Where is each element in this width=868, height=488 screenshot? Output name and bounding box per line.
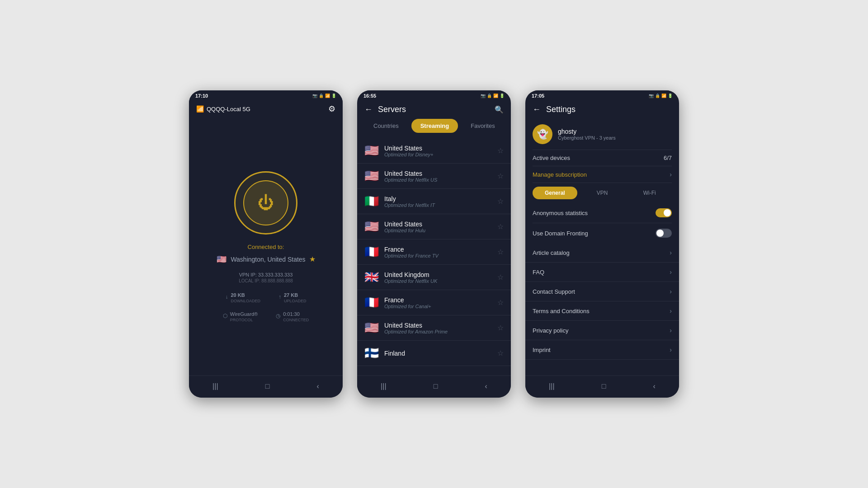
power-button[interactable]: ⏻	[243, 180, 288, 225]
status-icons-2: 📷 🔒 📶 🔋	[481, 94, 505, 98]
tab-favorites[interactable]: Favorites	[462, 119, 504, 133]
country-france-tv: France	[384, 246, 492, 253]
nav3-back-btn[interactable]: ‹	[644, 380, 665, 392]
star-france-tv[interactable]: ☆	[497, 248, 504, 256]
connected-label-2: CONNECTED	[283, 318, 309, 322]
chevron-contact: ›	[670, 288, 672, 295]
nav-recent-btn[interactable]: |||	[203, 380, 227, 392]
servers-screen: ← Servers 🔍 Countries Streaming Favorite…	[357, 100, 511, 398]
local-ip: LOCAL IP: 88.888.888.888	[239, 278, 293, 283]
nav3-home-btn[interactable]: □	[593, 380, 615, 392]
protocol-name: WireGuard®	[230, 311, 258, 317]
nav2-back-btn[interactable]: ‹	[476, 380, 496, 392]
nav-back-btn[interactable]: ‹	[308, 380, 328, 392]
star-us-disney[interactable]: ☆	[497, 146, 504, 155]
server-item-uk[interactable]: 🇬🇧 United Kingdom Optimized for Netflix …	[357, 265, 511, 290]
optimized-uk: Optimized for Netflix UK	[384, 278, 492, 284]
status-bar-2: 16:55 📷 🔒 📶 🔋	[357, 90, 511, 100]
upload-arrow-icon: ↑	[278, 294, 281, 300]
user-info: ghosty Cyberghost VPN - 3 years	[558, 128, 616, 141]
bottom-nav-1: ||| □ ‹	[189, 375, 343, 398]
phone-screen-3: 17:05 📷 🔒 📶 🔋 ← Settings 👻 ghosty Cyberg…	[525, 90, 679, 398]
star-us-amazon[interactable]: ☆	[497, 324, 504, 332]
settings-item-faq[interactable]: FAQ ›	[525, 263, 679, 282]
stab-vpn[interactable]: VPN	[580, 187, 625, 199]
domain-fronting-toggle[interactable]	[656, 229, 672, 238]
stab-wifi[interactable]: Wi-Fi	[627, 187, 672, 199]
star-italy[interactable]: ☆	[497, 197, 504, 206]
settings-item-imprint[interactable]: Imprint ›	[525, 340, 679, 360]
settings-title: Settings	[546, 105, 672, 114]
star-france-canal[interactable]: ☆	[497, 298, 504, 307]
server-item-us-amazon[interactable]: 🇺🇸 United States Optimized for Amazon Pr…	[357, 315, 511, 341]
servers-back-btn[interactable]: ←	[364, 105, 373, 114]
connected-time: 0:01:30	[283, 311, 300, 317]
nav2-home-btn[interactable]: □	[425, 380, 447, 392]
country-us-disney: United States	[384, 145, 492, 152]
settings-item-contact[interactable]: Contact Support ›	[525, 282, 679, 301]
optimized-us-amazon: Optimized for Amazon Prime	[384, 329, 492, 334]
server-item-us-hulu[interactable]: 🇺🇸 United States Optimized for Hulu ☆	[357, 214, 511, 239]
status-icons-1: 📷 🔒 📶 🔋	[312, 94, 336, 98]
settings-item-terms[interactable]: Terms and Conditions ›	[525, 301, 679, 321]
servers-search-btn[interactable]: 🔍	[495, 105, 504, 114]
anonymous-stats-label: Anonymous statistics	[533, 210, 588, 216]
vpn-ip: VPN IP: 33.333.333.333	[239, 272, 293, 277]
anonymous-stats-row: Anonymous statistics	[525, 203, 679, 223]
settings-label-contact: Contact Support	[533, 288, 575, 295]
settings-label-privacy: Privacy policy	[533, 327, 568, 334]
server-info-finland: Finland	[384, 350, 492, 357]
user-avatar: 👻	[533, 124, 552, 144]
server-item-italy[interactable]: 🇮🇹 Italy Optimized for Netflix IT ☆	[357, 189, 511, 214]
star-us-netflix[interactable]: ☆	[497, 172, 504, 180]
manage-subscription-label: Manage subscription	[533, 171, 587, 178]
server-info-us-netflix: United States Optimized for Netflix US	[384, 170, 492, 183]
server-item-france-canal[interactable]: 🇫🇷 France Optimized for Canal+ ☆	[357, 290, 511, 315]
server-item-finland[interactable]: 🇫🇮 Finland ☆	[357, 341, 511, 366]
protocol-item: ⬡ WireGuard® PROTOCOL	[223, 310, 258, 322]
star-us-hulu[interactable]: ☆	[497, 222, 504, 231]
manage-subscription-row[interactable]: Manage subscription ›	[525, 166, 679, 183]
favorite-star[interactable]: ★	[309, 255, 316, 263]
servers-header: ← Servers 🔍	[357, 100, 511, 119]
connected-location: 🇺🇸 Washington, United States ★	[216, 254, 315, 265]
star-finland[interactable]: ☆	[497, 349, 504, 357]
country-finland: Finland	[384, 350, 492, 357]
server-info-us-amazon: United States Optimized for Amazon Prime	[384, 322, 492, 334]
nav-home-btn[interactable]: □	[256, 380, 279, 392]
status-bar-3: 17:05 📷 🔒 📶 🔋	[525, 90, 679, 100]
nav2-recent-btn[interactable]: |||	[372, 380, 395, 392]
location-name: Washington, United States	[231, 256, 305, 263]
server-item-france-tv[interactable]: 🇫🇷 France Optimized for France TV ☆	[357, 239, 511, 265]
phone-screen-1: 17:10 📷 🔒 📶 🔋 📶 QQQQ-Local 5G ⚙ ⏻ Connec…	[189, 90, 343, 398]
optimized-us-netflix: Optimized for Netflix US	[384, 177, 492, 183]
flag-us-netflix: 🇺🇸	[364, 169, 379, 183]
stab-general[interactable]: General	[533, 187, 577, 199]
star-uk[interactable]: ☆	[497, 273, 504, 282]
settings-gear-icon[interactable]: ⚙	[328, 104, 335, 114]
settings-back-btn[interactable]: ←	[533, 105, 541, 114]
wifi-icon: 📶	[196, 105, 204, 113]
optimized-italy: Optimized for Netflix IT	[384, 202, 492, 208]
protocol-icon: ⬡	[223, 313, 227, 319]
settings-label-imprint: Imprint	[533, 347, 551, 353]
anonymous-stats-toggle[interactable]	[656, 208, 672, 217]
server-item-us-netflix[interactable]: 🇺🇸 United States Optimized for Netflix U…	[357, 164, 511, 189]
settings-item-article[interactable]: Article catalog ›	[525, 243, 679, 263]
server-info-us-hulu: United States Optimized for Hulu	[384, 221, 492, 233]
server-item-us-disney[interactable]: 🇺🇸 United States Optimized for Disney+ ☆	[357, 138, 511, 164]
flag-finland: 🇫🇮	[364, 346, 379, 360]
protocol-label: PROTOCOL	[230, 318, 258, 322]
flag-uk: 🇬🇧	[364, 270, 379, 284]
tab-streaming[interactable]: Streaming	[411, 119, 458, 133]
optimized-france-tv: Optimized for France TV	[384, 253, 492, 258]
settings-item-privacy[interactable]: Privacy policy ›	[525, 321, 679, 340]
power-ring: ⏻	[234, 171, 297, 235]
connected-time-item: ◷ 0:01:30 CONNECTED	[276, 310, 309, 322]
nav3-recent-btn[interactable]: |||	[540, 380, 563, 392]
tab-countries[interactable]: Countries	[364, 119, 408, 133]
upload-label: UPLOADED	[284, 299, 307, 303]
protocol-row: ⬡ WireGuard® PROTOCOL ◷ 0:01:30 CONNECTE…	[223, 310, 309, 322]
download-value: 20 KB	[231, 292, 245, 298]
servers-title: Servers	[378, 105, 489, 114]
